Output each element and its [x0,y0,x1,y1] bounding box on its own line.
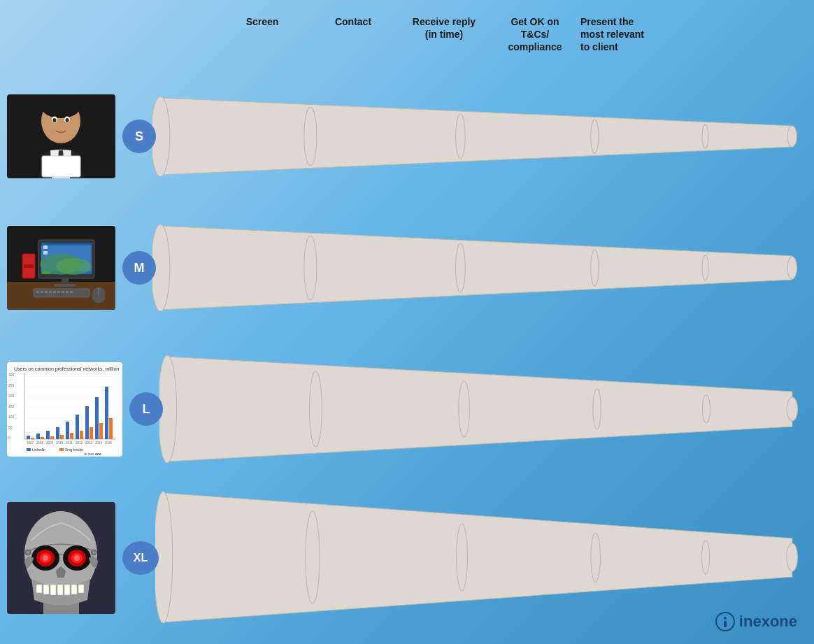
svg-point-13 [787,126,797,147]
svg-text:2007: 2007 [27,441,34,445]
svg-rect-118 [57,585,63,595]
svg-rect-80 [99,423,103,439]
svg-rect-78 [90,427,93,439]
svg-point-44 [456,243,466,292]
svg-rect-27 [55,284,76,287]
svg-rect-36 [66,291,69,293]
logo-icon [715,612,735,631]
svg-rect-34 [57,291,60,293]
svg-rect-116 [43,585,49,594]
logo-area: inexone [715,612,797,631]
svg-rect-19 [41,243,92,245]
header-row: Screen Contact Receive reply(in time) Ge… [217,15,800,54]
svg-point-101 [593,389,601,429]
size-badge-m: M [122,251,156,285]
svg-rect-65 [27,436,30,439]
svg-point-129 [591,533,600,582]
svg-rect-121 [78,585,84,593]
svg-rect-69 [46,431,50,439]
svg-text:2015: 2015 [105,441,113,445]
row-s: S [7,84,800,189]
avatar-xl [7,502,115,614]
svg-rect-115 [36,585,42,593]
svg-point-6 [53,118,57,122]
avatar-m [7,226,115,310]
svg-text:2009: 2009 [46,441,54,445]
avatar-l: Users on common professional networks, m… [7,362,122,457]
svg-text:Xing Insider: Xing Insider [65,448,84,452]
svg-point-2 [41,96,80,118]
size-badge-xl: XL [122,541,159,575]
svg-point-47 [787,257,797,279]
svg-rect-32 [49,291,52,293]
svg-text:2013: 2013 [85,441,93,445]
svg-text:LinkedIn: LinkedIn [32,448,45,452]
header-present: Present themost relevantto client [580,15,685,54]
svg-rect-33 [53,291,56,293]
svg-rect-70 [50,436,54,439]
svg-rect-3 [42,156,80,177]
svg-rect-119 [64,585,70,595]
svg-rect-23 [43,251,48,255]
row-m: M [7,215,800,320]
svg-rect-29 [36,291,39,293]
svg-point-114 [74,555,80,561]
svg-rect-74 [70,433,73,439]
row-l: Users on common professional networks, m… [7,350,800,468]
svg-text:0: 0 [8,436,10,440]
svg-text:2011: 2011 [66,441,73,445]
svg-rect-22 [43,245,48,249]
funnel-s [152,84,800,189]
svg-rect-72 [60,435,64,439]
svg-text:⊕ inex: ⊕ inex [84,452,94,456]
svg-point-25 [56,258,91,275]
header-receive: Receive reply(in time) [399,15,490,41]
header-contact: Contact [308,15,399,28]
header-screen: Screen [217,15,308,28]
svg-rect-35 [62,291,64,293]
svg-rect-75 [76,415,79,439]
svg-rect-68 [41,437,44,439]
svg-text:Users on common professional n: Users on common professional networks, m… [14,366,119,372]
svg-rect-81 [105,387,108,439]
svg-point-130 [701,541,709,574]
svg-text:300: 300 [8,373,15,377]
size-badge-l: L [129,392,163,426]
svg-rect-30 [41,291,43,293]
svg-rect-117 [50,585,56,595]
logo-text: inexone [739,613,797,631]
svg-text:200: 200 [8,394,15,398]
svg-point-10 [456,114,466,159]
svg-point-128 [457,524,468,591]
size-badge-s: S [122,120,156,153]
svg-rect-92 [27,448,31,451]
funnel-xl [155,489,800,626]
funnel-m [152,215,800,320]
svg-point-133 [724,617,727,620]
svg-rect-77 [85,406,89,439]
svg-text:2010: 2010 [56,441,64,445]
svg-point-124 [27,551,29,553]
funnel-l [159,350,800,468]
svg-rect-71 [56,427,59,439]
svg-text:250: 250 [8,383,15,387]
svg-point-12 [702,124,708,148]
svg-text:one: one [95,452,101,456]
svg-rect-73 [66,422,69,439]
svg-text:50: 50 [8,425,13,429]
svg-point-127 [306,511,320,603]
svg-rect-37 [70,291,73,293]
svg-text:2012: 2012 [76,441,83,445]
svg-text:2014: 2014 [95,441,103,445]
svg-point-113 [43,555,48,561]
svg-point-45 [591,250,599,286]
svg-point-125 [93,551,95,553]
svg-rect-120 [71,585,77,594]
svg-point-102 [702,395,710,423]
svg-rect-76 [80,431,83,439]
avatar-s [7,94,115,178]
svg-rect-66 [31,438,34,439]
svg-text:100: 100 [8,415,15,419]
svg-rect-26 [62,278,69,284]
svg-point-103 [787,397,798,421]
